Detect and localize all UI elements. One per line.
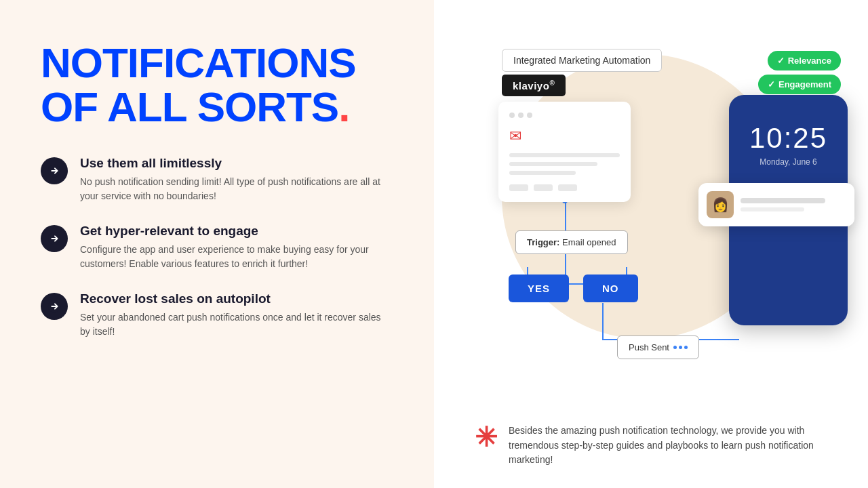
push-dot-3 xyxy=(684,346,688,349)
bottom-note-text: Besides the amazing push notification te… xyxy=(509,424,848,468)
feature-item-autopilot: Recover lost sales on autopilot Set your… xyxy=(41,291,393,339)
feature-desc-autopilot: Set your abandoned cart push notificatio… xyxy=(80,310,393,339)
feature-title-autopilot: Recover lost sales on autopilot xyxy=(80,291,393,306)
engagement-badge: ✓ Engagement xyxy=(758,75,841,94)
email-card-buttons xyxy=(509,184,620,191)
title-line2: OF ALL SORTS. xyxy=(41,85,393,129)
yes-button[interactable]: YES xyxy=(509,274,569,302)
feature-desc-limitless: No push notification sending limit! All … xyxy=(80,175,393,203)
notification-text xyxy=(741,198,846,211)
phone-time: 10:25 xyxy=(749,122,827,155)
email-line-3 xyxy=(509,171,576,175)
check-icon-2: ✓ xyxy=(768,79,775,89)
email-line-1 xyxy=(509,153,620,157)
email-line-2 xyxy=(509,162,597,166)
push-dot-2 xyxy=(679,346,682,349)
check-icon: ✓ xyxy=(777,56,785,66)
no-button[interactable]: NO xyxy=(583,274,638,302)
feature-content-limitless: Use them all limitlessly No push notific… xyxy=(80,156,393,203)
trigger-box: Trigger: Email opened xyxy=(515,230,628,254)
feature-item-limitless: Use them all limitlessly No push notific… xyxy=(41,156,393,203)
email-btn-2 xyxy=(534,184,553,191)
phone-notification: 👩 xyxy=(698,183,854,226)
notif-line-2 xyxy=(741,207,804,211)
email-card-dots xyxy=(509,113,620,118)
push-sent-box: Push Sent xyxy=(617,336,699,359)
dot-1 xyxy=(509,113,515,118)
phone-date: Monday, June 6 xyxy=(760,157,817,167)
email-btn-3 xyxy=(558,184,577,191)
feature-content-autopilot: Recover lost sales on autopilot Set your… xyxy=(80,291,393,339)
arrow-circle-icon-3 xyxy=(41,293,68,320)
dot-2 xyxy=(518,113,524,118)
ima-label-box: Integrated Marketing Automation xyxy=(502,49,662,72)
flow-line-no-down xyxy=(602,303,604,340)
notification-avatar: 👩 xyxy=(707,191,734,218)
asterisk-icon: ✳ xyxy=(475,424,498,451)
push-sent-dots xyxy=(673,346,688,349)
relevance-badge: ✓ Relevance xyxy=(768,51,841,70)
feature-title-limitless: Use them all limitlessly xyxy=(80,156,393,171)
feature-title-relevant: Get hyper-relevant to engage xyxy=(80,224,393,239)
email-icon: ✉ xyxy=(509,127,620,145)
main-title: NOTIFICATIONS OF ALL SORTS. xyxy=(41,41,393,129)
notif-line-1 xyxy=(741,198,825,203)
klaviyo-badge: klaviyo® xyxy=(502,75,566,96)
feature-content-relevant: Get hyper-relevant to engage Configure t… xyxy=(80,224,393,271)
title-line1: NOTIFICATIONS xyxy=(41,41,393,85)
left-panel: NOTIFICATIONS OF ALL SORTS. Use them all… xyxy=(0,0,434,488)
bottom-note: ✳ Besides the amazing push notification … xyxy=(475,424,848,468)
dot-3 xyxy=(527,113,532,118)
features-list: Use them all limitlessly No push notific… xyxy=(41,156,393,339)
right-panel: ✓ Relevance ✓ Engagement Integrated Mark… xyxy=(434,0,868,488)
trigger-value: Email opened xyxy=(562,237,616,247)
email-btn-1 xyxy=(509,184,528,191)
feature-item-relevant: Get hyper-relevant to engage Configure t… xyxy=(41,224,393,271)
push-dot-1 xyxy=(673,346,677,349)
feature-desc-relevant: Configure the app and user experience to… xyxy=(80,243,393,271)
email-card: ✉ xyxy=(498,102,631,202)
arrow-circle-icon-2 xyxy=(41,225,68,252)
arrow-circle-icon xyxy=(41,157,68,184)
